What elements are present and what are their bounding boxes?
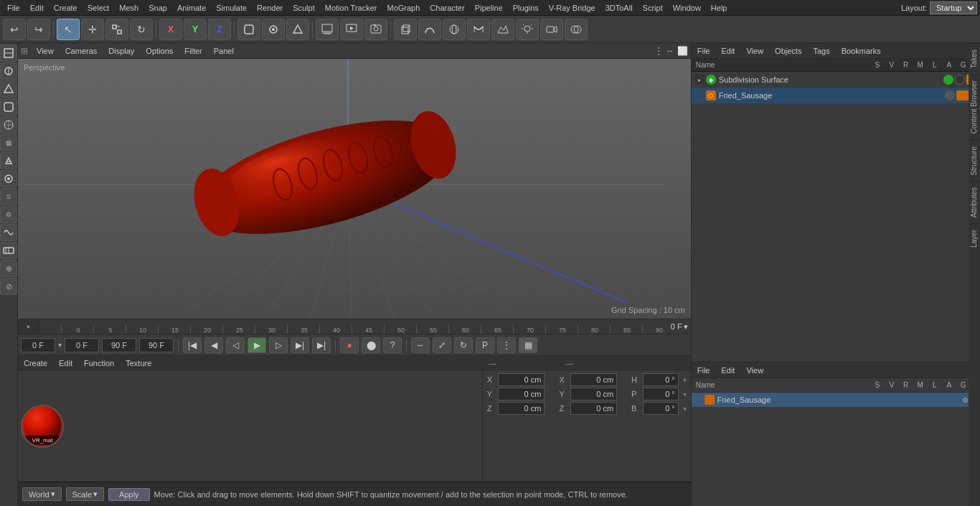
om-menu-bookmarks[interactable]: Bookmarks xyxy=(839,45,884,57)
world-dropdown[interactable]: World ▾ xyxy=(22,487,62,501)
menu-simulate[interactable]: Simulate xyxy=(212,2,251,14)
vp-menu-display[interactable]: Display xyxy=(105,45,137,57)
sidebar-tool-11[interactable] xyxy=(0,224,17,241)
tab-layer[interactable]: Layer xyxy=(969,223,980,253)
om-menu-view[interactable]: View xyxy=(743,45,766,57)
sidebar-tool-7[interactable] xyxy=(0,152,17,169)
tab-structure[interactable]: Structure xyxy=(969,140,980,182)
z-axis-button[interactable]: Z xyxy=(208,19,231,40)
mat-menu-edit[interactable]: Edit xyxy=(56,357,75,369)
edge-mode-button[interactable] xyxy=(286,19,309,40)
om-sausage-dot-1[interactable] xyxy=(945,90,955,100)
sausage-3d-object[interactable] xyxy=(182,109,469,254)
next-frame-button[interactable]: ▶| xyxy=(291,337,309,353)
om-dot-empty-1[interactable] xyxy=(955,75,965,85)
vp-menu-panel[interactable]: Panel xyxy=(211,45,237,57)
point-mode-button[interactable] xyxy=(262,19,285,40)
object-mode-button[interactable] xyxy=(237,19,260,40)
sidebar-tool-13[interactable]: ⊕ xyxy=(0,260,17,277)
sidebar-tool-8[interactable] xyxy=(0,170,17,187)
menu-snap[interactable]: Snap xyxy=(144,2,171,14)
auto-key-button[interactable]: ⬤ xyxy=(362,337,380,353)
viewport-3d[interactable]: Perspective xyxy=(18,59,691,319)
render-region-button[interactable] xyxy=(316,19,339,40)
menu-create[interactable]: Create xyxy=(50,2,82,14)
vp-icon-grid[interactable]: ⋮ xyxy=(654,46,663,56)
sidebar-tool-3[interactable] xyxy=(0,80,17,98)
rotate-playback-button[interactable]: ↻ xyxy=(454,337,473,353)
vp-menu-view[interactable]: View xyxy=(34,45,57,57)
start-frame-input[interactable] xyxy=(21,338,55,352)
vp-icon-move[interactable]: ↔ xyxy=(666,46,674,56)
move-tool-button[interactable]: ✛ xyxy=(81,19,104,40)
menu-render[interactable]: Render xyxy=(253,2,287,14)
tab-content-browser[interactable]: Content Browser xyxy=(969,74,980,139)
sidebar-tool-12[interactable] xyxy=(0,242,17,259)
vp-icon-maximize[interactable]: ⬜ xyxy=(677,46,688,56)
render-animation-button[interactable]: ▦ xyxy=(519,337,537,353)
timeline[interactable]: ● 0 5 10 15 20 25 30 35 40 45 50 55 60 6… xyxy=(18,319,691,334)
om-menu-file[interactable]: File xyxy=(694,45,713,57)
sidebar-tool-1[interactable] xyxy=(0,44,17,62)
menu-pipeline[interactable]: Pipeline xyxy=(471,2,507,14)
terrain-button[interactable] xyxy=(491,19,514,40)
am-menu-edit[interactable]: Edit xyxy=(718,365,738,376)
boole-button[interactable] xyxy=(565,19,588,40)
scale-playback-button[interactable]: ⤢ xyxy=(433,337,451,353)
menu-sculpt[interactable]: Sculpt xyxy=(288,2,319,14)
sidebar-tool-5[interactable] xyxy=(0,116,17,133)
undo-button[interactable]: ↩ xyxy=(3,19,26,40)
sidebar-tool-6[interactable]: ▦ xyxy=(0,134,17,151)
om-menu-edit[interactable]: Edit xyxy=(718,45,738,57)
grid-playback-button[interactable]: ⋮ xyxy=(497,337,516,353)
spline-button[interactable] xyxy=(418,19,441,40)
menu-vray[interactable]: V-Ray Bridge xyxy=(545,2,600,14)
sidebar-tool-9[interactable]: S xyxy=(0,188,17,205)
rotate-tool-button[interactable]: ↻ xyxy=(130,19,153,40)
am-menu-file[interactable]: File xyxy=(694,365,713,376)
om-dot-green[interactable] xyxy=(943,75,953,85)
coord-z-size[interactable] xyxy=(570,402,617,415)
am-menu-view[interactable]: View xyxy=(743,365,766,376)
vp-menu-cameras[interactable]: Cameras xyxy=(62,45,100,57)
coord-x-size[interactable] xyxy=(570,373,617,386)
go-end-button[interactable]: ▶| xyxy=(312,337,331,353)
cube-primitive-button[interactable] xyxy=(394,19,417,40)
coord-y-size[interactable] xyxy=(570,388,617,400)
am-sausage-ctrl-1[interactable]: ⚙ xyxy=(962,396,969,404)
step-forward-button[interactable]: ▷ xyxy=(269,337,288,353)
mat-menu-create[interactable]: Create xyxy=(21,357,50,369)
pivot-button[interactable]: P xyxy=(476,337,494,353)
menu-3dtoall[interactable]: 3DToAll xyxy=(601,2,637,14)
motion-path-button[interactable]: ? xyxy=(383,337,402,353)
move-playback-button[interactable]: ↔ xyxy=(411,337,430,353)
select-tool-button[interactable]: ↖ xyxy=(57,19,80,40)
menu-mesh[interactable]: Mesh xyxy=(115,2,143,14)
menu-window[interactable]: Window xyxy=(669,2,705,14)
apply-button[interactable]: Apply xyxy=(108,488,150,501)
tab-takes[interactable]: Takes xyxy=(969,43,980,74)
mat-menu-texture[interactable]: Texture xyxy=(123,357,154,369)
om-menu-tags[interactable]: Tags xyxy=(810,45,832,57)
coord-b-rot[interactable] xyxy=(643,402,679,415)
menu-edit[interactable]: Edit xyxy=(26,2,48,14)
om-menu-objects[interactable]: Objects xyxy=(772,45,804,57)
om-row-fried-sausage[interactable]: ⬡ Fried_Sausage 🔒 ⚙ ▦ ⋮ xyxy=(692,88,980,103)
end-frame2-input[interactable] xyxy=(139,338,174,352)
current-frame-input[interactable] xyxy=(65,338,99,352)
om-row-subdivision[interactable]: ▸ ◆ Subdivision Surface ⋮ xyxy=(692,72,980,88)
menu-help[interactable]: Help xyxy=(707,2,732,14)
sidebar-tool-2[interactable] xyxy=(0,62,17,80)
x-axis-button[interactable]: X xyxy=(159,19,182,40)
menu-motion-tracker[interactable]: Motion Tracker xyxy=(321,2,382,14)
tab-attributes[interactable]: Attributes xyxy=(969,181,980,223)
step-back-button[interactable]: ◁ xyxy=(226,337,245,353)
scale-dropdown[interactable]: Scale ▾ xyxy=(66,487,105,501)
coord-h-rot[interactable] xyxy=(643,373,679,386)
menu-file[interactable]: File xyxy=(3,2,24,14)
sidebar-tool-14[interactable]: ⊘ xyxy=(0,278,17,295)
menu-character[interactable]: Character xyxy=(425,2,468,14)
go-start-button[interactable]: |◀ xyxy=(183,337,202,353)
coord-z-pos[interactable] xyxy=(498,402,545,415)
scale-tool-button[interactable] xyxy=(105,19,128,40)
